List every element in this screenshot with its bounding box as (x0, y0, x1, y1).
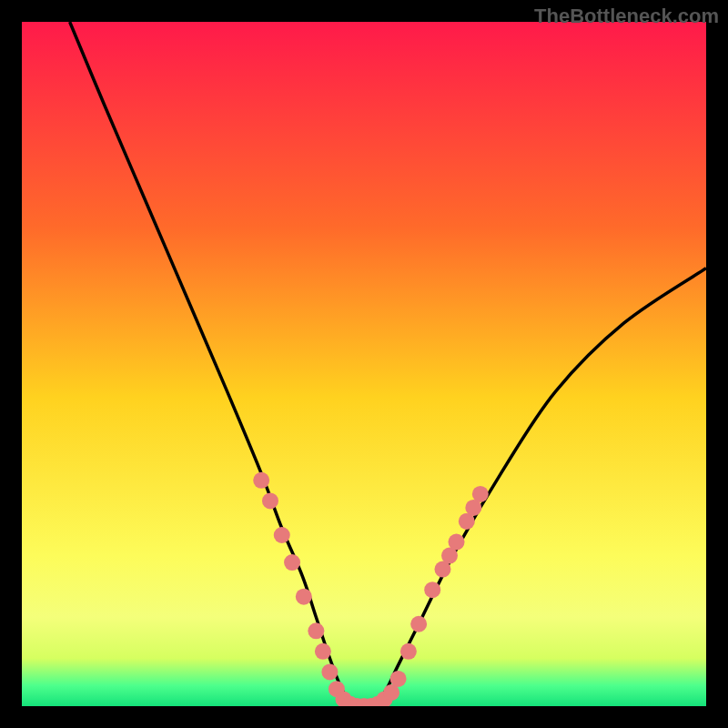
marker-dot (274, 527, 290, 543)
marker-dot (262, 492, 278, 509)
marker-dot (253, 472, 269, 489)
marker-dot (284, 554, 300, 571)
plot-area (22, 22, 706, 706)
chart-svg (22, 22, 706, 706)
marker-dot (449, 534, 465, 551)
marker-dot (390, 671, 407, 687)
marker-dot (410, 616, 427, 632)
marker-dot (472, 486, 489, 502)
marker-dot (321, 663, 338, 680)
gradient-background (22, 22, 706, 706)
marker-dot (400, 643, 417, 660)
marker-dot (308, 622, 324, 639)
marker-dot (296, 589, 312, 605)
chart-container: TheBottleneck.com (0, 0, 728, 728)
marker-dot (315, 643, 331, 660)
watermark-text: TheBottleneck.com (534, 5, 719, 28)
marker-dot (424, 581, 440, 598)
